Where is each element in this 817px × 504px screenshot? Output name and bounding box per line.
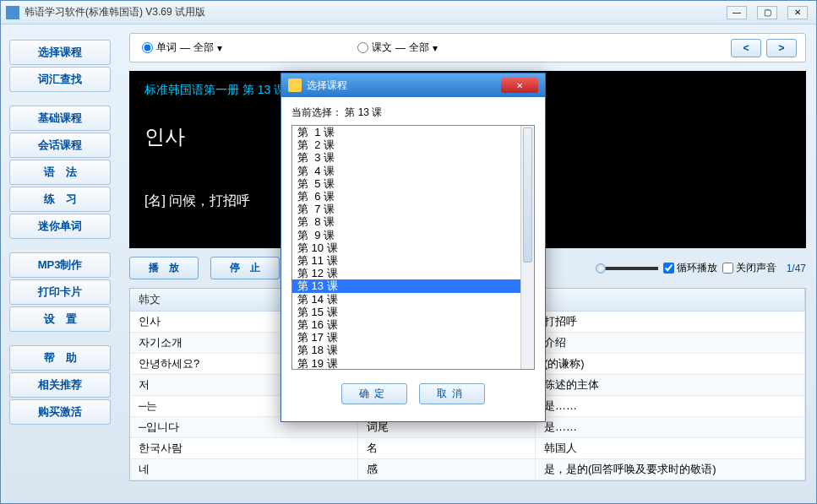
scrollbar-thumb[interactable] bbox=[523, 127, 532, 263]
dropdown-icon[interactable]: ▾ bbox=[433, 42, 438, 54]
sidebar-g1-0[interactable]: 选择课程 bbox=[9, 40, 111, 65]
table-cell: 打招呼 bbox=[536, 312, 805, 332]
nav-prev-button[interactable]: < bbox=[731, 39, 761, 57]
app-icon bbox=[6, 6, 19, 19]
lesson-item[interactable]: 第 6 课 bbox=[292, 190, 534, 203]
table-cell: 是，是的(回答呼唤及要求时的敬语) bbox=[536, 459, 805, 480]
table-cell: 陈述的主体 bbox=[536, 375, 805, 395]
lesson-item[interactable]: 第 15 课 bbox=[292, 306, 534, 318]
lesson-item[interactable]: 第 2 课 bbox=[292, 138, 534, 151]
sidebar-g2-0[interactable]: 基础课程 bbox=[9, 106, 111, 131]
lesson-item[interactable]: 第 16 课 bbox=[292, 318, 534, 331]
lesson-item[interactable]: 第 12 课 bbox=[292, 267, 534, 279]
lesson-item[interactable]: 第 9 课 bbox=[292, 229, 534, 241]
sidebar-g1-1[interactable]: 词汇查找 bbox=[9, 67, 111, 92]
lesson-item[interactable]: 第 17 课 bbox=[292, 331, 534, 344]
slider-thumb[interactable] bbox=[596, 263, 606, 274]
nav-next-button[interactable]: > bbox=[766, 39, 797, 57]
dialog-titlebar: 选择课程 ✕ bbox=[281, 73, 545, 97]
lesson-item[interactable]: 第 19 课 bbox=[292, 357, 534, 370]
table-cell: 是…… bbox=[536, 396, 805, 416]
lesson-item[interactable]: 第 4 课 bbox=[292, 165, 534, 177]
dialog-title: 选择课程 bbox=[307, 79, 347, 93]
lesson-item[interactable]: 第 10 课 bbox=[292, 241, 534, 254]
filter-text-radio[interactable]: 课文 — 全部 ▾ bbox=[357, 41, 438, 55]
table-row[interactable]: 한국사람名韩国人 bbox=[130, 438, 805, 459]
lesson-item[interactable]: 第 1 课 bbox=[292, 126, 534, 138]
mute-checkbox[interactable]: 关闭声音 bbox=[722, 261, 776, 275]
col-meaning[interactable] bbox=[536, 289, 805, 311]
select-lesson-dialog: 选择课程 ✕ 当前选择： 第 13 课 第 1 课第 2 课第 3 课第 4 课… bbox=[281, 73, 546, 422]
sidebar-g4-1[interactable]: 相关推荐 bbox=[9, 372, 111, 398]
window-title: 韩语学习软件(标准韩国语) V3.69 试用版 bbox=[25, 5, 727, 19]
scrollbar[interactable] bbox=[520, 126, 534, 369]
table-cell: 韩国人 bbox=[536, 438, 805, 458]
lesson-item[interactable]: 第 13 课 bbox=[292, 279, 534, 292]
sidebar-g3-2[interactable]: 设 置 bbox=[9, 306, 111, 332]
sidebar: 选择课程词汇查找 基础课程会话课程语 法练 习迷你单词 MP3制作打印卡片设 置… bbox=[1, 24, 119, 503]
lesson-item[interactable]: 第 3 课 bbox=[292, 151, 534, 164]
table-cell: 是…… bbox=[536, 417, 805, 437]
lesson-item[interactable]: 第 11 课 bbox=[292, 254, 534, 267]
lesson-item[interactable]: 第 5 课 bbox=[292, 177, 534, 190]
lesson-item[interactable]: 第 7 课 bbox=[292, 203, 534, 215]
stop-button[interactable]: 停 止 bbox=[210, 257, 280, 279]
sidebar-g4-0[interactable]: 帮 助 bbox=[9, 345, 111, 371]
ok-button[interactable]: 确定 bbox=[341, 383, 407, 404]
lesson-list[interactable]: 第 1 课第 2 课第 3 课第 4 课第 5 课第 6 课第 7 课第 8 课… bbox=[291, 125, 535, 370]
cancel-button[interactable]: 取消 bbox=[419, 383, 485, 404]
table-cell: (的谦称) bbox=[536, 354, 805, 374]
filter-word-input[interactable] bbox=[142, 42, 153, 53]
dialog-close-button[interactable]: ✕ bbox=[501, 78, 538, 93]
close-button[interactable]: ✕ bbox=[787, 6, 808, 19]
lesson-item[interactable]: 第 8 课 bbox=[292, 215, 534, 228]
titlebar: 韩语学习软件(标准韩国语) V3.69 试用版 — ▢ ✕ bbox=[1, 1, 816, 24]
dialog-icon bbox=[288, 79, 302, 92]
play-button[interactable]: 播 放 bbox=[129, 257, 199, 279]
table-row[interactable]: 네感是，是的(回答呼唤及要求时的敬语) bbox=[130, 459, 805, 480]
table-cell: 名 bbox=[358, 438, 536, 458]
sidebar-g3-1[interactable]: 打印卡片 bbox=[9, 279, 111, 305]
table-cell: 感 bbox=[358, 459, 536, 480]
current-selection-label: 当前选择： 第 13 课 bbox=[291, 106, 535, 120]
lesson-item[interactable]: 第 14 课 bbox=[292, 293, 534, 306]
sidebar-g2-1[interactable]: 会话课程 bbox=[9, 133, 111, 158]
sidebar-g2-3[interactable]: 练 习 bbox=[9, 187, 111, 212]
lesson-item[interactable]: 第 18 课 bbox=[292, 344, 534, 356]
maximize-button[interactable]: ▢ bbox=[757, 6, 777, 19]
counter: 1/47 bbox=[787, 263, 806, 274]
dropdown-icon[interactable]: ▾ bbox=[217, 42, 222, 54]
filter-word-radio[interactable]: 单词 — 全部 ▾ bbox=[142, 41, 222, 55]
progress-slider[interactable] bbox=[599, 267, 658, 270]
sidebar-g2-2[interactable]: 语 法 bbox=[9, 160, 111, 185]
sidebar-g2-4[interactable]: 迷你单词 bbox=[9, 214, 111, 239]
sidebar-g3-0[interactable]: MP3制作 bbox=[9, 252, 111, 278]
loop-checkbox[interactable]: 循环播放 bbox=[663, 261, 717, 275]
filter-text-input[interactable] bbox=[357, 42, 368, 53]
filter-bar: 单词 — 全部 ▾ 课文 — 全部 ▾ < > bbox=[129, 33, 806, 62]
sidebar-g4-2[interactable]: 购买激活 bbox=[9, 399, 111, 425]
table-cell: 한국사람 bbox=[130, 438, 358, 458]
minimize-button[interactable]: — bbox=[727, 6, 747, 19]
table-cell: 介绍 bbox=[536, 333, 805, 353]
table-cell: 네 bbox=[130, 459, 358, 480]
